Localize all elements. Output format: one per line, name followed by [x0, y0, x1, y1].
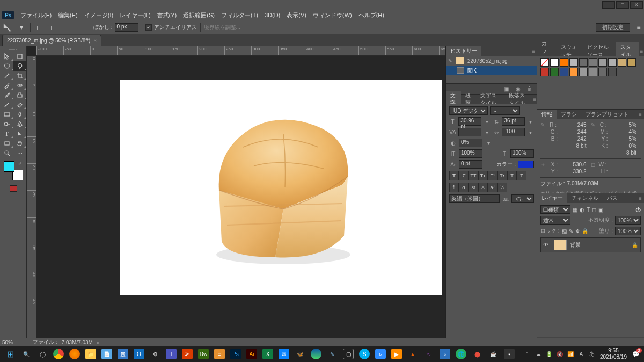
filter-smart-icon[interactable]: ▣: [598, 207, 603, 213]
tracking-field[interactable]: -100: [502, 128, 524, 136]
sublime-icon[interactable]: ≡: [211, 347, 228, 361]
eyedropper-tool[interactable]: [1, 81, 13, 90]
ot-ligatures-button[interactable]: fi: [449, 183, 459, 192]
outlook-icon[interactable]: O: [131, 347, 147, 361]
menu-file[interactable]: ファイル(F): [17, 10, 55, 20]
swatch[interactable]: [608, 68, 617, 76]
antialias-select[interactable]: 強く: [511, 194, 534, 203]
status-dropdown-icon[interactable]: ▸: [97, 339, 100, 345]
layer-name[interactable]: 背景: [570, 241, 581, 249]
tray-volume-icon[interactable]: 🔇: [555, 349, 565, 359]
menu-filter[interactable]: フィルター(T): [218, 10, 261, 20]
swatch[interactable]: [598, 68, 607, 76]
tray-network-icon[interactable]: 📶: [566, 349, 575, 359]
menu-window[interactable]: ウィンドウ(W): [310, 10, 355, 20]
ot-ordinals-button[interactable]: aᵈ: [488, 183, 497, 192]
tab-channels[interactable]: チャンネル: [567, 193, 603, 203]
options-menu-icon[interactable]: ≡: [633, 22, 644, 33]
filter-adjustment-icon[interactable]: ◐: [580, 207, 584, 213]
zoom-tool[interactable]: [1, 148, 13, 158]
tab-layers[interactable]: レイヤー: [537, 193, 567, 203]
panel-grip-icon[interactable]: [2, 47, 25, 52]
ruler-horizontal[interactable]: -100-50050100150200250300350400450500550…: [36, 46, 445, 56]
tab-paths[interactable]: パス: [603, 193, 622, 203]
allcaps-button[interactable]: TT: [469, 171, 478, 180]
firefox-icon[interactable]: [67, 347, 83, 361]
italic-button[interactable]: T: [459, 171, 469, 180]
text-color-well[interactable]: [518, 161, 534, 168]
tray-chevron-icon[interactable]: ˄: [523, 349, 532, 359]
history-brush-tool[interactable]: [1, 100, 13, 110]
subscript-button[interactable]: T₁: [497, 171, 507, 180]
tab-close-icon[interactable]: ×: [93, 38, 97, 44]
menu-layer[interactable]: レイヤー(L): [116, 10, 153, 20]
font-family-select[interactable]: UD デジタル ...: [449, 106, 488, 115]
history-snapshot[interactable]: ✎ 22073052_m.jpg: [446, 56, 537, 66]
rectangle-tool[interactable]: [1, 139, 13, 148]
underline-button[interactable]: T: [507, 171, 517, 180]
current-tool-icon[interactable]: [2, 22, 13, 33]
system-tray[interactable]: ˄ ☁ 🔋 🔇 📶 A あ: [523, 349, 597, 359]
search-button[interactable]: 🔍: [18, 347, 34, 361]
options-dropdown-icon[interactable]: ▾: [16, 22, 27, 33]
hand-tool[interactable]: [13, 139, 26, 148]
globe-icon[interactable]: 🌐: [453, 347, 469, 361]
ime-mode-icon[interactable]: あ: [587, 349, 597, 359]
swatch[interactable]: [627, 58, 636, 67]
menu-type[interactable]: 書式(Y): [154, 10, 180, 20]
marquee-tool[interactable]: [1, 61, 13, 71]
action-center-icon[interactable]: 💬2: [630, 348, 642, 360]
tray-battery-icon[interactable]: 🔋: [544, 349, 554, 359]
path-selection-tool[interactable]: [13, 129, 26, 139]
lock-position-icon[interactable]: ✥: [575, 228, 580, 234]
ot-swash-button[interactable]: st: [469, 183, 478, 192]
task-view-button[interactable]: ◯: [34, 347, 50, 361]
healing-brush-tool[interactable]: [13, 81, 26, 90]
feather-field[interactable]: 0 px: [115, 23, 138, 32]
obs-icon[interactable]: ▢: [340, 347, 356, 361]
bold-button[interactable]: T: [449, 171, 459, 180]
swatch[interactable]: [550, 58, 559, 67]
gradient-tool[interactable]: [1, 110, 13, 119]
swatch[interactable]: [618, 58, 626, 67]
photos-icon[interactable]: 🖼: [115, 347, 131, 361]
antialias-checkbox[interactable]: ✓ アンチエイリアス: [145, 24, 197, 31]
move-tool[interactable]: [1, 52, 13, 61]
filter-toggle-icon[interactable]: ⏻: [635, 207, 641, 213]
explorer-icon[interactable]: 📁: [83, 347, 99, 361]
smallcaps-button[interactable]: Tᴛ: [478, 171, 488, 180]
blend-mode-select[interactable]: 通常: [540, 216, 570, 225]
refine-edge-button[interactable]: 境界線を調整...: [204, 24, 240, 31]
history-tab[interactable]: ヒストリー: [446, 46, 481, 56]
java-icon[interactable]: ☕: [485, 347, 501, 361]
pen-tool[interactable]: [13, 119, 26, 129]
strikethrough-button[interactable]: T: [517, 171, 526, 180]
butterfly-icon[interactable]: 🦋: [292, 347, 308, 361]
swatch[interactable]: [579, 68, 588, 76]
selection-add-icon[interactable]: ◻: [48, 22, 58, 33]
settings-icon[interactable]: ⚙: [147, 347, 163, 361]
baseline-field[interactable]: 0 pt: [459, 160, 482, 169]
media-player-icon[interactable]: ▶: [389, 347, 405, 361]
panel-menu-icon[interactable]: ≡: [636, 194, 644, 202]
ime-indicator[interactable]: A: [576, 349, 586, 359]
maximize-button[interactable]: □: [616, 1, 629, 9]
menu-image[interactable]: イメージ(I): [81, 10, 116, 20]
layer-thumbnail-icon[interactable]: [554, 240, 567, 250]
document-tab[interactable]: 22073052_m.jpg @ 50% (RGB/8#) ×: [2, 35, 101, 46]
ot-contextual-button[interactable]: σ: [459, 183, 469, 192]
ruler-vertical[interactable]: 051015202530354045: [27, 56, 36, 338]
panel-menu-icon[interactable]: ≡: [636, 111, 644, 118]
close-window-button[interactable]: ✕: [630, 1, 643, 9]
layer-filter-kind[interactable]: ❑種類: [540, 205, 570, 214]
ot-titling-button[interactable]: A: [478, 183, 488, 192]
selection-new-icon[interactable]: ◻: [34, 22, 45, 33]
skype-icon[interactable]: S: [356, 347, 372, 361]
swap-colors-icon[interactable]: ⇄: [18, 161, 22, 166]
app-purple-icon[interactable]: ∿: [421, 347, 437, 361]
zoom-level[interactable]: 50%: [2, 339, 24, 345]
swatch[interactable]: [608, 58, 617, 67]
tab-brush[interactable]: ブラシ: [557, 110, 581, 119]
filter-pixel-icon[interactable]: ▦: [573, 207, 577, 213]
photoshop-icon[interactable]: Ps: [228, 347, 244, 361]
